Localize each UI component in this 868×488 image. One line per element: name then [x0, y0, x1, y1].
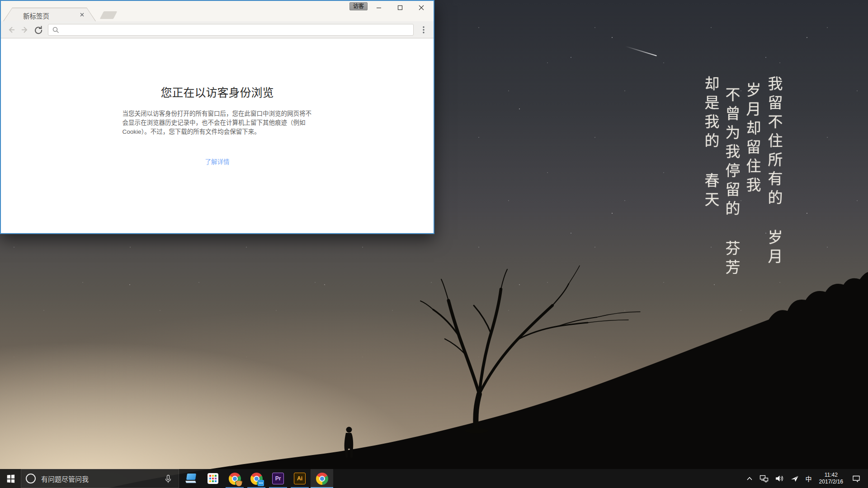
- volume-icon[interactable]: [772, 469, 787, 488]
- guest-page-title: 您正在以访客身份浏览: [1, 38, 434, 100]
- windows-logo-icon: [7, 474, 14, 483]
- learn-more-link[interactable]: 了解详情: [1, 157, 434, 166]
- blue-pc-icon: [185, 473, 197, 484]
- taskbar-icon-premiere[interactable]: Pr: [267, 469, 289, 488]
- address-bar[interactable]: [48, 24, 414, 36]
- taskbar-pinned-apps: Pr Ai: [180, 469, 333, 488]
- taskbar-icon-chrome-active[interactable]: [311, 469, 333, 488]
- ime-indicator[interactable]: 中: [802, 469, 815, 488]
- clock-time: 11:42: [825, 472, 838, 478]
- taskbar-icon-illustrator[interactable]: Ai: [289, 469, 311, 488]
- action-center-icon[interactable]: [847, 469, 865, 488]
- guest-profile-badge[interactable]: 访客: [349, 2, 368, 10]
- chrome-icon: [316, 473, 328, 485]
- tray-chevron-up-icon[interactable]: [743, 469, 756, 488]
- tab-close-icon[interactable]: [79, 11, 85, 18]
- browser-toolbar: [1, 21, 434, 38]
- chrome-guest-window: 新标签页 访客: [0, 0, 434, 234]
- wallpaper-poem-line-3: 不曾为我停留的 芬芳: [721, 87, 742, 278]
- cortana-icon: [26, 474, 36, 483]
- start-button[interactable]: [0, 469, 21, 488]
- premiere-icon: Pr: [272, 473, 284, 484]
- dog-badge-icon: [236, 481, 242, 486]
- address-input[interactable]: [62, 26, 410, 33]
- windows-taskbar: 有问题尽管问我: [0, 469, 868, 488]
- taskbar-icon-chrome-blue[interactable]: [245, 469, 267, 488]
- wallpaper-poem-line-2: 岁月却留住我: [741, 82, 763, 196]
- maximize-button[interactable]: [389, 2, 410, 14]
- forward-button[interactable]: [18, 23, 32, 37]
- guest-page-body: 当您关闭以访客身份打开的所有窗口后，您在此窗口中浏览的网页将不会显示在浏览器历史…: [123, 109, 312, 136]
- chrome-menu-icon[interactable]: [417, 23, 430, 36]
- wallpaper-poem-line-1: 我留不住所有的 岁月: [763, 76, 785, 267]
- network-icon[interactable]: [756, 469, 772, 488]
- paper-plane-icon[interactable]: [787, 469, 802, 488]
- illustrator-icon: Ai: [294, 473, 306, 484]
- guest-page: 您正在以访客身份浏览 当您关闭以访客身份打开的所有窗口后，您在此窗口中浏览的网页…: [1, 38, 434, 233]
- taskbar-clock[interactable]: 11:42 2017/2/16: [815, 472, 847, 485]
- browser-tab[interactable]: 新标签页: [3, 8, 96, 21]
- reload-button[interactable]: [32, 23, 45, 37]
- back-button[interactable]: [5, 23, 18, 37]
- tab-title: 新标签页: [23, 11, 77, 20]
- system-tray: 中 11:42 2017/2/16: [743, 469, 868, 488]
- cortana-search-box[interactable]: 有问题尽管问我: [21, 469, 179, 488]
- search-icon: [52, 26, 59, 33]
- close-button[interactable]: [410, 2, 432, 14]
- new-tab-button[interactable]: [100, 11, 118, 19]
- taskbar-icon-chrome-dog[interactable]: [224, 469, 245, 488]
- minimize-button[interactable]: [368, 2, 389, 14]
- taskbar-icon-app-grid[interactable]: [202, 469, 224, 488]
- app-grid-icon: [208, 473, 218, 484]
- search-placeholder-text: 有问题尽管问我: [41, 474, 89, 483]
- taskbar-icon-pc-manager[interactable]: [180, 469, 202, 488]
- wallpaper-poem-line-4: 却是我的 春天: [700, 76, 722, 211]
- blue-app-badge-icon: [258, 480, 264, 486]
- clock-date: 2017/2/16: [819, 479, 843, 485]
- desktop: 我留不住所有的 岁月 岁月却留住我 不曾为我停留的 芬芳 却是我的 春天 新标签…: [0, 0, 868, 488]
- microphone-icon[interactable]: [164, 474, 172, 485]
- browser-titlebar[interactable]: 新标签页 访客: [1, 1, 434, 21]
